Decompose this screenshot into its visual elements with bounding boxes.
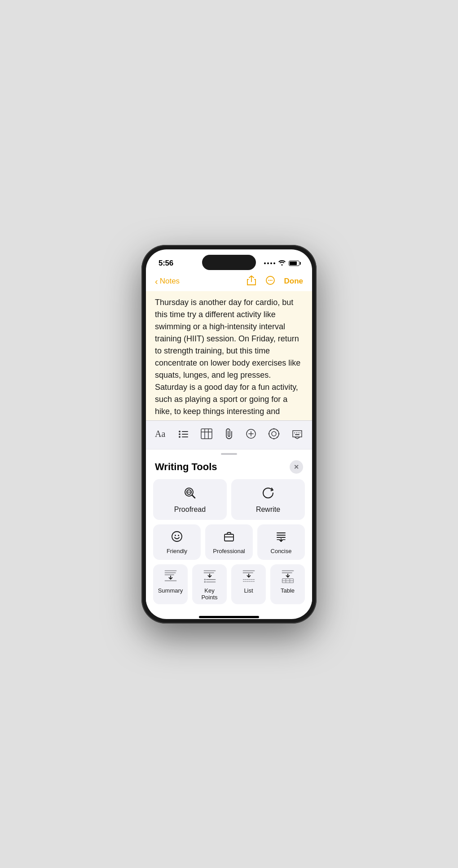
svg-point-35 xyxy=(172,532,182,541)
svg-point-5 xyxy=(179,431,181,432)
svg-text:Aa: Aa xyxy=(155,429,165,439)
apple-intelligence-button[interactable] xyxy=(266,426,282,444)
svg-point-18 xyxy=(273,428,275,429)
svg-rect-10 xyxy=(182,436,188,437)
list-button[interactable]: List xyxy=(231,564,266,604)
proofread-button[interactable]: Proofread xyxy=(153,479,227,520)
svg-point-37 xyxy=(178,535,179,536)
writing-tools-panel: Writing Tools ✕ xyxy=(146,449,312,613)
svg-point-2 xyxy=(269,279,270,280)
svg-point-3 xyxy=(271,279,272,280)
rewrite-label: Rewrite xyxy=(256,506,280,514)
key-points-button[interactable]: Key Points xyxy=(192,564,227,604)
battery-icon xyxy=(289,261,299,266)
key-points-label: Key Points xyxy=(196,587,223,601)
professional-button[interactable]: Professional xyxy=(205,524,253,560)
friendly-icon xyxy=(171,531,183,544)
wifi-icon xyxy=(278,259,286,267)
svg-point-9 xyxy=(179,436,181,438)
professional-icon xyxy=(223,531,235,544)
list-icon xyxy=(242,569,256,584)
friendly-label: Friendly xyxy=(167,548,187,554)
panel-title: Writing Tools xyxy=(155,461,217,473)
nav-actions: Done xyxy=(247,275,304,288)
panel-handle-container xyxy=(146,449,312,457)
svg-point-36 xyxy=(175,535,176,536)
tools-grid: Proofread Rewrite xyxy=(146,479,312,604)
svg-point-24 xyxy=(270,436,271,437)
summary-icon xyxy=(163,569,178,584)
phone-screen: 5:56 xyxy=(146,249,312,619)
done-button[interactable]: Done xyxy=(284,277,304,286)
proofread-icon xyxy=(183,486,197,502)
note-paragraph-1: Thursday is another day for cardio, but … xyxy=(155,297,303,420)
signal-indicator xyxy=(264,262,275,264)
table-insert-button[interactable] xyxy=(199,427,214,443)
signal-dot-2 xyxy=(267,262,269,264)
professional-label: Professional xyxy=(213,548,245,554)
tools-row-medium: Friendly Professional xyxy=(153,524,305,560)
panel-close-button[interactable]: ✕ xyxy=(290,460,303,474)
share-icon[interactable] xyxy=(247,275,256,288)
svg-point-25 xyxy=(277,436,277,437)
svg-rect-38 xyxy=(225,534,233,541)
key-points-icon xyxy=(203,569,217,584)
home-indicator xyxy=(199,616,259,618)
table-icon xyxy=(281,569,295,584)
attachment-button[interactable] xyxy=(222,426,236,444)
rewrite-icon xyxy=(261,486,275,502)
nav-bar: ‹ Notes Done xyxy=(146,274,312,291)
svg-point-54 xyxy=(204,579,206,580)
proofread-label: Proofread xyxy=(174,506,206,514)
svg-rect-11 xyxy=(201,429,212,439)
more-options-icon[interactable] xyxy=(265,275,275,288)
panel-drag-handle xyxy=(221,453,237,455)
svg-point-19 xyxy=(273,438,275,439)
friendly-button[interactable]: Friendly xyxy=(153,524,201,560)
table-label: Table xyxy=(281,587,295,594)
concise-label: Concise xyxy=(271,548,292,554)
svg-point-20 xyxy=(269,433,270,434)
battery-fill xyxy=(290,262,297,265)
table-button[interactable]: Table xyxy=(270,564,305,604)
rewrite-button[interactable]: Rewrite xyxy=(231,479,305,520)
svg-point-22 xyxy=(270,430,271,431)
svg-rect-8 xyxy=(182,434,188,435)
svg-point-17 xyxy=(272,432,276,436)
formatting-toolbar: Aa xyxy=(146,420,312,449)
signal-dot-1 xyxy=(264,262,266,264)
concise-button[interactable]: Concise xyxy=(257,524,305,560)
phone-frame: 5:56 xyxy=(141,245,317,624)
font-button[interactable]: Aa xyxy=(153,427,168,443)
dynamic-island xyxy=(202,255,256,270)
list-format-button[interactable] xyxy=(176,427,191,443)
svg-rect-6 xyxy=(182,431,188,432)
svg-point-1 xyxy=(268,279,269,280)
status-time: 5:56 xyxy=(159,259,173,268)
signal-dot-3 xyxy=(270,262,272,264)
summary-label: Summary xyxy=(158,587,183,594)
back-button[interactable]: ‹ Notes xyxy=(155,276,180,287)
note-text: Thursday is another day for cardio, but … xyxy=(155,297,303,420)
panel-header: Writing Tools ✕ xyxy=(146,457,312,479)
tools-row-small: Summary xyxy=(153,564,305,604)
compose-button[interactable] xyxy=(244,427,258,443)
summary-button[interactable]: Summary xyxy=(153,564,188,604)
keyboard-dismiss-button[interactable] xyxy=(290,427,305,443)
tools-row-large: Proofread Rewrite xyxy=(153,479,305,520)
signal-dot-4 xyxy=(273,262,275,264)
svg-point-21 xyxy=(278,433,280,434)
concise-icon xyxy=(275,531,287,544)
battery-tip xyxy=(300,262,301,265)
list-label: List xyxy=(244,587,253,594)
svg-line-33 xyxy=(192,495,195,498)
svg-point-23 xyxy=(277,430,277,431)
svg-point-7 xyxy=(179,433,181,435)
status-icons xyxy=(264,259,299,267)
chevron-left-icon: ‹ xyxy=(155,276,158,287)
note-content-area[interactable]: Thursday is another day for cardio, but … xyxy=(146,291,312,420)
svg-point-56 xyxy=(204,581,206,583)
back-label: Notes xyxy=(160,277,180,286)
